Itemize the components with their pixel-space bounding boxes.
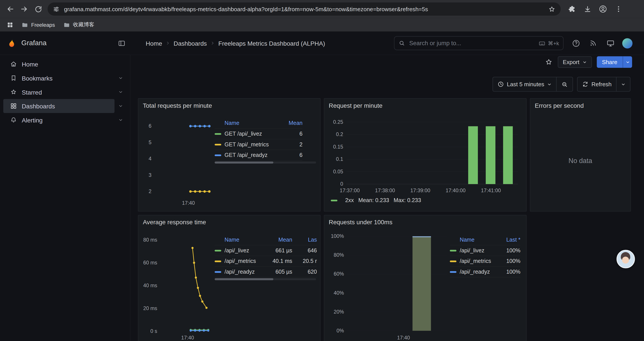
series-mean: Mean: 0.233: [358, 197, 389, 203]
chevron-down-icon[interactable]: [114, 76, 127, 81]
breadcrumb-item[interactable]: Dashboards: [174, 40, 207, 47]
bookmarks-bar: Freeleaps收藏博客: [0, 18, 644, 32]
share-button[interactable]: Share: [597, 56, 632, 68]
svg-text:0.25: 0.25: [333, 119, 343, 125]
apps-grid-icon[interactable]: [4, 19, 16, 30]
legend-row[interactable]: GET /api/_metrics2: [214, 139, 302, 150]
panel-under-100ms: Requests under 100ms 100%80%60%40%20%0%1…: [324, 215, 526, 341]
profile-icon[interactable]: [596, 2, 610, 16]
search-input[interactable]: [408, 40, 535, 47]
refresh-button[interactable]: Refresh: [578, 77, 616, 91]
svg-text:17:38:00: 17:38:00: [375, 188, 395, 193]
svg-text:40%: 40%: [334, 290, 344, 296]
legend-scrollbar[interactable]: [214, 278, 316, 280]
legend-row[interactable]: /api/_livez661 µs646: [214, 245, 317, 256]
sidebar-item-alerting[interactable]: Alerting: [3, 113, 127, 127]
legend-row[interactable]: GET /api/_livez6: [214, 129, 302, 139]
export-button[interactable]: Export: [558, 56, 592, 68]
panel-title[interactable]: Request per minute: [329, 102, 382, 109]
svg-text:17:40: 17:40: [397, 335, 410, 340]
panel-title[interactable]: Requests under 100ms: [329, 219, 392, 226]
bookmark-item[interactable]: Freeleaps: [18, 19, 58, 30]
url-text[interactable]: grafana.mathmast.com/d/deytv4rwavabkb/fr…: [64, 6, 548, 12]
refresh-interval-caret[interactable]: [616, 77, 630, 91]
dashboard-canvas: Export Share Last 5 minutes: [130, 55, 644, 341]
time-range-picker[interactable]: Last 5 minutes: [493, 77, 556, 91]
share-menu-caret[interactable]: [623, 56, 632, 68]
grafana-body: HomeBookmarksStarredDashboardsAlerting E…: [0, 55, 644, 341]
zoom-out-button[interactable]: [556, 77, 572, 91]
assistant-avatar[interactable]: [616, 250, 635, 268]
series-swatch: [450, 260, 456, 262]
legend-row[interactable]: /api/_metrics100%: [450, 256, 520, 267]
chevron-right-icon: [166, 41, 170, 46]
series-swatch: [331, 199, 337, 201]
monitor-icon[interactable]: [605, 38, 616, 49]
bookmark-item[interactable]: 收藏博客: [60, 19, 98, 30]
favorite-star-icon[interactable]: [545, 58, 553, 66]
chevron-down-icon: [582, 60, 587, 64]
svg-text:17:39:00: 17:39:00: [410, 188, 430, 193]
grafana-logo[interactable]: [6, 38, 17, 49]
legend-row[interactable]: /api/_readyz605 µs620: [214, 267, 317, 277]
series-swatch: [214, 260, 221, 262]
grafana-app: Grafana HomeDashboardsFreeleaps Metrics …: [0, 32, 644, 341]
legend-row[interactable]: /api/_readyz100%: [450, 267, 520, 277]
back-button[interactable]: [3, 2, 17, 16]
legend-scrollbar[interactable]: [214, 162, 316, 163]
browser-menu-icon[interactable]: [612, 2, 626, 16]
news-rss-icon[interactable]: [588, 38, 598, 49]
help-icon[interactable]: [570, 38, 581, 49]
panel-total-requests: Total requests per minute 6543217:40 Nam…: [138, 98, 320, 212]
clock-icon: [497, 81, 504, 88]
legend-row[interactable]: GET /api/_readyz6: [214, 150, 302, 161]
svg-text:4: 4: [148, 156, 152, 162]
download-icon[interactable]: [580, 2, 594, 16]
panel-title[interactable]: Total requests per minute: [143, 102, 212, 109]
extensions-icon[interactable]: [565, 2, 579, 16]
site-info-icon[interactable]: [52, 5, 60, 13]
keyboard-icon: [538, 40, 546, 47]
address-bar[interactable]: grafana.mathmast.com/d/deytv4rwavabkb/fr…: [48, 3, 561, 16]
search-shortcut: ⌘+k: [538, 40, 559, 47]
refresh-group: Refresh: [577, 77, 630, 92]
zoom-out-icon: [561, 81, 568, 88]
panel-request-per-minute: Request per minute 0.250.20.150.10.05017…: [324, 98, 526, 212]
chevron-down-icon[interactable]: [114, 90, 127, 94]
legend-table: NameMeanLas/api/_livez661 µs646/api/_met…: [214, 235, 317, 277]
svg-text:0 s: 0 s: [150, 328, 157, 334]
legend-row[interactable]: /api/_livez100%: [450, 245, 520, 256]
sidebar-item-home[interactable]: Home: [3, 57, 127, 71]
browser-toolbar: grafana.mathmast.com/d/deytv4rwavabkb/fr…: [0, 0, 644, 18]
series-swatch: [214, 271, 221, 272]
sidebar-item-dashboards[interactable]: Dashboards: [3, 99, 127, 113]
sidebar-item-starred[interactable]: Starred: [3, 85, 127, 99]
svg-text:0%: 0%: [336, 328, 344, 333]
legend-2xx[interactable]: 2xx Mean: 0.233 Max: 0.233: [331, 197, 421, 203]
svg-text:20%: 20%: [334, 309, 344, 315]
series-max: Max: 0.233: [394, 197, 421, 203]
search-box[interactable]: ⌘+k: [394, 36, 564, 50]
dock-menu-icon[interactable]: [118, 39, 126, 47]
sidebar-item-bookmarks[interactable]: Bookmarks: [3, 71, 127, 85]
chevron-down-icon[interactable]: [114, 104, 127, 108]
user-avatar[interactable]: [622, 38, 632, 48]
series-name: 2xx: [345, 197, 354, 203]
grafana-header-left: Grafana: [0, 32, 130, 55]
panel-avg-response: Average response time 80 ms60 ms40 ms20 …: [138, 215, 320, 341]
breadcrumb-item[interactable]: Freeleaps Metrics Dashboard (ALPHA): [218, 40, 325, 47]
forward-button[interactable]: [17, 2, 31, 16]
svg-text:80 ms: 80 ms: [143, 237, 157, 243]
breadcrumb-item[interactable]: Home: [146, 40, 162, 47]
series-swatch: [214, 250, 221, 251]
reload-button[interactable]: [31, 2, 45, 16]
grafana-brand: Grafana: [21, 39, 46, 47]
folder-icon: [63, 21, 70, 28]
svg-text:17:40: 17:40: [181, 335, 194, 340]
legend-row[interactable]: /api/_metrics40.1 ms20.5 r: [214, 256, 317, 267]
panel-title[interactable]: Average response time: [143, 219, 206, 226]
panel-title[interactable]: Errors per second: [535, 102, 584, 109]
chevron-down-icon[interactable]: [114, 118, 127, 122]
home-icon: [10, 60, 17, 68]
bookmark-star-icon[interactable]: [548, 5, 556, 13]
